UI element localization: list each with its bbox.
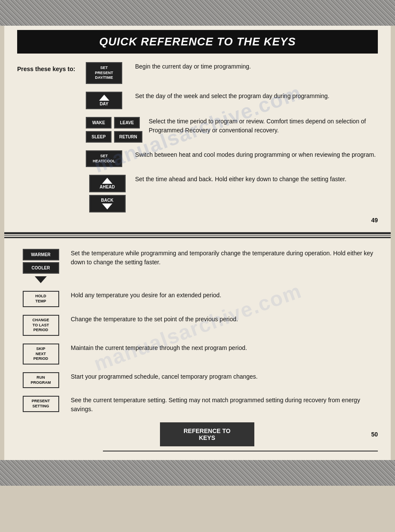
- row-set-present: Press these keys to: SET PRESENT DAY/TIM…: [17, 62, 378, 84]
- page-number-bottom: 50: [362, 431, 378, 438]
- texture-bottom: [0, 460, 395, 486]
- ref-bar: REFERENCE TO KEYS: [160, 422, 254, 446]
- key-sleep[interactable]: SLEEP: [86, 131, 112, 143]
- desc-set-present: Begin the current day or time programmin…: [129, 62, 378, 71]
- desc-day: Set the day of the week and select the p…: [129, 92, 378, 101]
- texture-top: [0, 0, 395, 26]
- press-label: Press these keys to:: [17, 62, 86, 72]
- key-set-heat-cool[interactable]: SET HEAT/COOL: [86, 150, 122, 167]
- key-run-program[interactable]: RUN PROGRAM: [23, 372, 59, 388]
- page-title: QUICK REFERENCE TO THE KEYS: [26, 35, 369, 48]
- key-warmer[interactable]: WARMER: [23, 249, 59, 260]
- key-cooler[interactable]: COOLER: [23, 262, 59, 274]
- divider-mid: [4, 232, 391, 234]
- desc-hold-temp: Hold any temperature you desire for an e…: [71, 291, 378, 300]
- key-wake[interactable]: WAKE: [86, 117, 112, 129]
- row-present-setting: PRESENT SETTING See the current temperat…: [17, 396, 378, 414]
- key-skip-next[interactable]: SKIP NEXT PERIOD: [23, 344, 59, 365]
- row-change-to-last: CHANGE TO LAST PERIOD Change the tempera…: [17, 315, 378, 336]
- desc-run-program: Start your programmed schedule, cancel t…: [71, 372, 378, 381]
- desc-warmer-cooler: Set the temperature while programming an…: [71, 249, 378, 267]
- row-run-program: RUN PROGRAM Start your programmed schedu…: [17, 372, 378, 388]
- row-set-heat-cool: SET HEAT/COOL Switch between heat and co…: [86, 150, 378, 167]
- key-return[interactable]: RETURN: [114, 131, 142, 143]
- desc-set-heat-cool: Switch between heat and cool modes durin…: [129, 150, 378, 159]
- desc-present-setting: See the current temperature setting. Set…: [71, 396, 378, 414]
- row-hold-temp: HOLD TEMP Hold any temperature you desir…: [17, 291, 378, 307]
- key-set-present-daytime[interactable]: SET PRESENT DAY/TIME: [86, 62, 122, 84]
- key-change-to-last[interactable]: CHANGE TO LAST PERIOD: [23, 315, 59, 336]
- desc-wake-leave: Select the time period to program or rev…: [142, 117, 378, 135]
- page-number-top: 49: [17, 217, 378, 224]
- cooler-arrow-down: [35, 276, 47, 283]
- row-ahead-back: AHEAD BACK Set the time ahead and back. …: [86, 175, 378, 212]
- ref-bar-text: REFERENCE TO KEYS: [184, 427, 230, 441]
- key-leave[interactable]: LEAVE: [114, 117, 140, 129]
- footer-area: REFERENCE TO KEYS 50: [17, 422, 378, 451]
- key-day[interactable]: DAY: [86, 92, 122, 109]
- row-skip-next: SKIP NEXT PERIOD Maintain the current te…: [17, 344, 378, 365]
- desc-skip-next: Maintain the current temperature through…: [71, 344, 378, 353]
- key-ahead[interactable]: AHEAD: [89, 175, 126, 192]
- divider-mid2: [4, 235, 391, 236]
- key-hold-temp[interactable]: HOLD TEMP: [23, 291, 59, 307]
- keys-warmer-cooler: WARMER COOLER: [17, 249, 64, 283]
- desc-change-to-last: Change the temperature to the set point …: [71, 315, 378, 324]
- row-wake-leave-sleep-return: WAKE LEAVE SLEEP RETURN Select the time …: [86, 117, 378, 143]
- row-day: DAY Set the day of the week and select t…: [86, 92, 378, 109]
- row-warmer-cooler: WARMER COOLER Set the temperature while …: [17, 249, 378, 283]
- desc-ahead-back: Set the time ahead and back. Hold either…: [129, 175, 378, 184]
- key-back[interactable]: BACK: [89, 195, 126, 212]
- footer-underline: [103, 451, 378, 451]
- key-present-setting[interactable]: PRESENT SETTING: [23, 396, 59, 412]
- title-bar: QUICK REFERENCE TO THE KEYS: [17, 30, 378, 54]
